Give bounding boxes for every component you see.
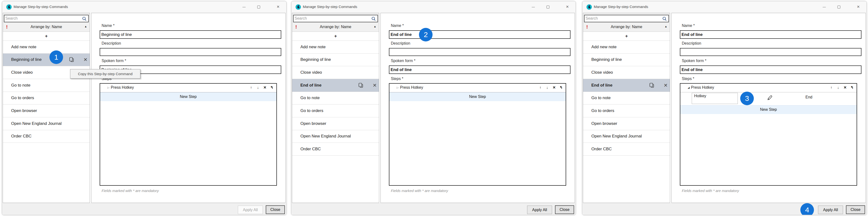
delete-command-icon[interactable]: ✕: [373, 83, 377, 88]
name-input[interactable]: Beginning of line: [100, 30, 281, 39]
list-item[interactable]: Add new note: [3, 41, 90, 54]
close-dialog-button[interactable]: Close: [266, 205, 285, 214]
apply-all-button[interactable]: Apply All: [818, 206, 843, 214]
list-item[interactable]: Go to note: [292, 92, 379, 105]
move-down-icon[interactable]: ↓: [835, 85, 841, 89]
close-icon[interactable]: ✕: [853, 1, 864, 12]
description-input[interactable]: [680, 48, 862, 56]
titlebar[interactable]: Manage Step-by-step Commands ✕: [291, 1, 576, 13]
delete-command-icon[interactable]: ✕: [663, 83, 668, 88]
close-x-glyph: ✕: [857, 5, 860, 9]
list-item[interactable]: Open browser: [3, 104, 90, 117]
list-item[interactable]: Order CBC: [292, 143, 379, 156]
search-icon[interactable]: [82, 16, 87, 22]
hotkey-field[interactable]: Hotkey: [692, 93, 738, 104]
bottom-bar: Apply All Close: [2, 203, 286, 215]
step-header-press-hotkey[interactable]: ▷ Press Hotkey ↑ ↓ ✕ ↰: [390, 84, 566, 92]
move-up-icon[interactable]: ↑: [829, 85, 834, 89]
list-item[interactable]: Add new note: [292, 41, 379, 54]
dragon-app-icon: [587, 4, 592, 10]
add-command-button[interactable]: +: [583, 32, 670, 41]
list-item[interactable]: End of line✕: [583, 79, 670, 92]
list-item-label: Beginning of line: [591, 57, 622, 62]
search-icon[interactable]: [371, 16, 376, 22]
list-item[interactable]: Go to note: [583, 92, 670, 105]
edit-hotkey-icon[interactable]: [766, 94, 773, 101]
arrange-by-label: Arrange by: Name: [583, 25, 670, 29]
minimize-button[interactable]: [528, 1, 539, 12]
apply-all-button[interactable]: Apply All: [238, 206, 263, 214]
window-title: Manage Step-by-step Commands: [594, 5, 648, 9]
move-up-icon[interactable]: ↑: [248, 85, 254, 89]
list-item[interactable]: Open New England Journal: [292, 130, 379, 143]
list-item[interactable]: Go to orders: [583, 104, 670, 117]
description-input[interactable]: [100, 48, 281, 56]
list-item[interactable]: Order CBC: [3, 130, 90, 143]
arrange-by-bar[interactable]: ! Arrange by: Name ▲: [3, 23, 90, 32]
copy-command-icon[interactable]: [649, 83, 654, 88]
list-item[interactable]: Go to note: [3, 79, 90, 92]
maximize-button[interactable]: [253, 1, 264, 12]
list-item[interactable]: Add new note: [583, 41, 670, 54]
list-item[interactable]: Beginning of line: [292, 54, 379, 66]
list-item[interactable]: Go to orders: [292, 104, 379, 117]
arrange-by-bar[interactable]: ! Arrange by: Name ▲: [292, 23, 379, 32]
search-input[interactable]: Search: [4, 15, 89, 22]
list-item[interactable]: Open New England Journal: [583, 130, 670, 143]
list-item[interactable]: Close video: [583, 66, 670, 79]
add-command-button[interactable]: +: [292, 32, 379, 41]
expander-icon[interactable]: ◢: [688, 86, 689, 89]
move-up-icon[interactable]: ↑: [537, 85, 544, 89]
list-item[interactable]: Beginning of line✕: [3, 54, 90, 66]
close-dialog-button[interactable]: Close: [555, 205, 574, 214]
move-down-icon[interactable]: ↓: [544, 85, 550, 89]
spoken-form-input[interactable]: End of line: [680, 65, 862, 74]
name-input[interactable]: End of line: [389, 30, 570, 39]
search-icon[interactable]: [662, 16, 668, 22]
delete-command-icon[interactable]: ✕: [84, 57, 88, 63]
move-down-icon[interactable]: ↓: [255, 85, 261, 89]
arrange-by-bar[interactable]: ! Arrange by: Name ▲: [583, 23, 670, 32]
copy-command-icon[interactable]: [69, 57, 74, 63]
close-dialog-button[interactable]: Close: [846, 205, 865, 214]
list-item[interactable]: Go to orders: [3, 92, 90, 105]
add-command-button[interactable]: +: [3, 32, 90, 41]
new-step-button[interactable]: New Step: [680, 105, 857, 114]
step-header-press-hotkey[interactable]: ▷ Press Hotkey ↑ ↓ ✕ ↰: [100, 84, 276, 92]
new-step-button[interactable]: New Step: [390, 92, 566, 101]
maximize-button[interactable]: [833, 1, 844, 12]
list-item[interactable]: Open browser: [583, 117, 670, 130]
close-icon[interactable]: ✕: [273, 1, 284, 12]
delete-step-icon[interactable]: ✕: [551, 85, 557, 90]
list-item[interactable]: Close video: [292, 66, 379, 79]
expander-icon[interactable]: ▷: [397, 86, 399, 89]
mandatory-note: Fields marked with * are mandatory: [682, 189, 739, 193]
new-step-button[interactable]: New Step: [100, 92, 276, 101]
step-header-press-hotkey[interactable]: ◢ Press Hotkey ↑ ↓ ✕ ↰: [680, 84, 857, 92]
titlebar[interactable]: Manage Step-by-step Commands ✕: [582, 1, 867, 13]
maximize-button[interactable]: [542, 1, 554, 12]
delete-step-icon[interactable]: ✕: [262, 85, 268, 90]
minimize-button[interactable]: [818, 1, 830, 12]
close-icon[interactable]: ✕: [562, 1, 573, 12]
apply-all-button[interactable]: Apply All: [527, 206, 552, 214]
titlebar[interactable]: Manage Step-by-step Commands ✕: [2, 1, 286, 13]
expander-icon[interactable]: ▷: [107, 86, 110, 89]
spoken-form-input[interactable]: End of line: [389, 65, 570, 74]
copy-command-icon[interactable]: [358, 83, 363, 88]
list-item[interactable]: Open New England Journal: [3, 117, 90, 130]
undo-step-icon[interactable]: ↰: [558, 85, 564, 90]
delete-step-icon[interactable]: ✕: [842, 85, 848, 90]
minimize-button[interactable]: [238, 1, 249, 12]
list-item[interactable]: End of line✕: [292, 79, 379, 92]
list-item[interactable]: Order CBC: [583, 143, 670, 156]
search-input[interactable]: Search: [293, 15, 378, 22]
list-item[interactable]: Open browser: [292, 117, 379, 130]
description-input[interactable]: [389, 48, 570, 56]
undo-step-icon[interactable]: ↰: [849, 85, 855, 90]
list-item[interactable]: Beginning of line: [583, 54, 670, 66]
name-input[interactable]: End of line: [680, 30, 862, 39]
bottom-bar: Apply All Close: [583, 203, 866, 215]
search-input[interactable]: Search: [584, 15, 669, 22]
undo-step-icon[interactable]: ↰: [269, 85, 275, 90]
